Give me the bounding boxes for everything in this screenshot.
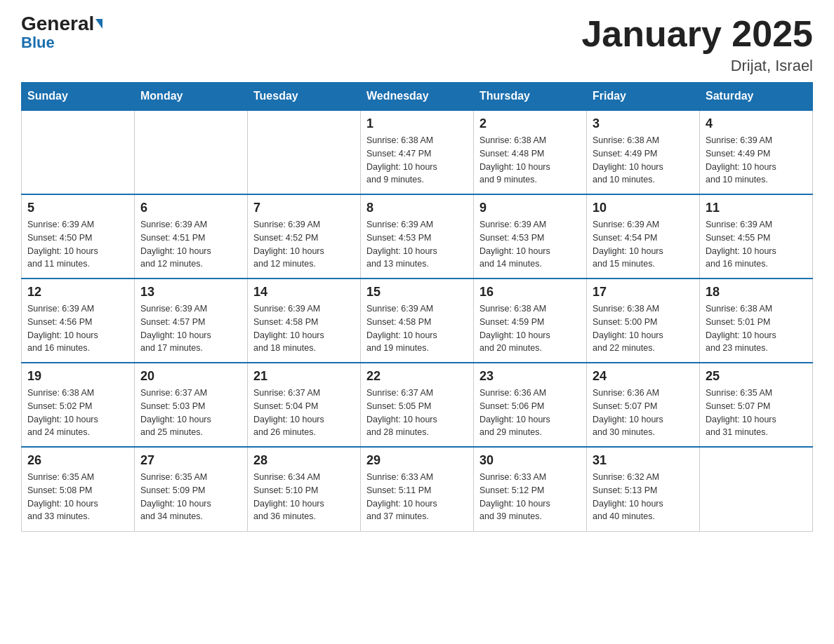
day-info: Sunrise: 6:34 AM Sunset: 5:10 PM Dayligh… (253, 471, 355, 523)
calendar-cell: 22Sunrise: 6:37 AM Sunset: 5:05 PM Dayli… (361, 363, 474, 447)
day-number: 4 (706, 116, 807, 131)
calendar-cell: 21Sunrise: 6:37 AM Sunset: 5:04 PM Dayli… (248, 363, 361, 447)
calendar-header-row: SundayMondayTuesdayWednesdayThursdayFrid… (22, 83, 813, 111)
logo-general-text: General (21, 14, 94, 34)
day-info: Sunrise: 6:39 AM Sunset: 4:51 PM Dayligh… (140, 218, 241, 271)
day-number: 30 (479, 453, 581, 468)
calendar-cell: 1Sunrise: 6:38 AM Sunset: 4:47 PM Daylig… (361, 110, 474, 194)
calendar-cell: 6Sunrise: 6:39 AM Sunset: 4:51 PM Daylig… (135, 194, 248, 279)
day-number: 28 (253, 453, 355, 468)
calendar-cell: 28Sunrise: 6:34 AM Sunset: 5:10 PM Dayli… (248, 447, 361, 531)
calendar-day-header: Saturday (700, 83, 813, 111)
calendar-cell: 4Sunrise: 6:39 AM Sunset: 4:49 PM Daylig… (700, 110, 813, 194)
calendar-cell: 23Sunrise: 6:36 AM Sunset: 5:06 PM Dayli… (474, 363, 587, 447)
day-number: 29 (366, 453, 468, 468)
day-info: Sunrise: 6:39 AM Sunset: 4:52 PM Dayligh… (253, 218, 355, 271)
calendar-cell: 14Sunrise: 6:39 AM Sunset: 4:58 PM Dayli… (248, 279, 361, 363)
calendar-day-header: Thursday (474, 83, 587, 111)
day-info: Sunrise: 6:38 AM Sunset: 5:00 PM Dayligh… (593, 302, 694, 355)
day-info: Sunrise: 6:38 AM Sunset: 5:01 PM Dayligh… (706, 302, 807, 355)
calendar-day-header: Sunday (22, 83, 135, 111)
day-number: 8 (366, 201, 468, 215)
calendar-cell: 16Sunrise: 6:38 AM Sunset: 4:59 PM Dayli… (474, 279, 587, 363)
day-number: 19 (27, 369, 128, 384)
day-info: Sunrise: 6:36 AM Sunset: 5:06 PM Dayligh… (479, 387, 581, 439)
title-block: January 2025 Drijat, Israel (581, 14, 813, 75)
day-number: 14 (253, 285, 355, 300)
day-info: Sunrise: 6:39 AM Sunset: 4:50 PM Dayligh… (27, 218, 128, 271)
calendar-cell: 2Sunrise: 6:38 AM Sunset: 4:48 PM Daylig… (474, 110, 587, 194)
day-number: 26 (27, 453, 128, 468)
calendar-cell: 13Sunrise: 6:39 AM Sunset: 4:57 PM Dayli… (135, 279, 248, 363)
logo-arrow-icon (95, 19, 102, 29)
calendar-cell: 27Sunrise: 6:35 AM Sunset: 5:09 PM Dayli… (135, 447, 248, 531)
calendar-cell: 7Sunrise: 6:39 AM Sunset: 4:52 PM Daylig… (248, 194, 361, 279)
day-info: Sunrise: 6:39 AM Sunset: 4:54 PM Dayligh… (593, 218, 694, 271)
day-info: Sunrise: 6:39 AM Sunset: 4:58 PM Dayligh… (253, 302, 355, 355)
calendar-day-header: Monday (135, 83, 248, 111)
day-info: Sunrise: 6:37 AM Sunset: 5:04 PM Dayligh… (253, 387, 355, 439)
day-number: 15 (366, 285, 468, 300)
calendar-cell: 9Sunrise: 6:39 AM Sunset: 4:53 PM Daylig… (474, 194, 587, 279)
calendar-cell (700, 447, 813, 531)
calendar-cell: 17Sunrise: 6:38 AM Sunset: 5:00 PM Dayli… (587, 279, 700, 363)
calendar-cell: 29Sunrise: 6:33 AM Sunset: 5:11 PM Dayli… (361, 447, 474, 531)
calendar-cell: 15Sunrise: 6:39 AM Sunset: 4:58 PM Dayli… (361, 279, 474, 363)
day-info: Sunrise: 6:38 AM Sunset: 5:02 PM Dayligh… (27, 387, 128, 439)
day-number: 24 (593, 369, 694, 384)
day-info: Sunrise: 6:35 AM Sunset: 5:09 PM Dayligh… (140, 471, 241, 523)
day-info: Sunrise: 6:38 AM Sunset: 4:48 PM Dayligh… (479, 134, 581, 187)
day-number: 18 (706, 285, 807, 300)
calendar-cell: 19Sunrise: 6:38 AM Sunset: 5:02 PM Dayli… (22, 363, 135, 447)
day-number: 21 (253, 369, 355, 384)
main-title: January 2025 (581, 14, 813, 54)
day-info: Sunrise: 6:39 AM Sunset: 4:57 PM Dayligh… (140, 302, 241, 355)
day-info: Sunrise: 6:39 AM Sunset: 4:55 PM Dayligh… (706, 218, 807, 271)
day-info: Sunrise: 6:33 AM Sunset: 5:12 PM Dayligh… (479, 471, 581, 523)
calendar-cell: 11Sunrise: 6:39 AM Sunset: 4:55 PM Dayli… (700, 194, 813, 279)
calendar-week-row: 26Sunrise: 6:35 AM Sunset: 5:08 PM Dayli… (22, 447, 813, 531)
calendar-cell: 31Sunrise: 6:32 AM Sunset: 5:13 PM Dayli… (587, 447, 700, 531)
calendar-cell: 20Sunrise: 6:37 AM Sunset: 5:03 PM Dayli… (135, 363, 248, 447)
day-info: Sunrise: 6:35 AM Sunset: 5:07 PM Dayligh… (706, 387, 807, 439)
calendar-week-row: 19Sunrise: 6:38 AM Sunset: 5:02 PM Dayli… (22, 363, 813, 447)
day-number: 25 (706, 369, 807, 384)
calendar-table: SundayMondayTuesdayWednesdayThursdayFrid… (21, 82, 813, 532)
calendar-cell: 26Sunrise: 6:35 AM Sunset: 5:08 PM Dayli… (22, 447, 135, 531)
day-info: Sunrise: 6:37 AM Sunset: 5:03 PM Dayligh… (140, 387, 241, 439)
calendar-day-header: Wednesday (361, 83, 474, 111)
day-number: 2 (479, 116, 581, 131)
day-number: 1 (366, 116, 468, 131)
calendar-cell (248, 110, 361, 194)
calendar-cell: 5Sunrise: 6:39 AM Sunset: 4:50 PM Daylig… (22, 194, 135, 279)
calendar-cell: 18Sunrise: 6:38 AM Sunset: 5:01 PM Dayli… (700, 279, 813, 363)
calendar-body: 1Sunrise: 6:38 AM Sunset: 4:47 PM Daylig… (22, 110, 813, 531)
calendar-cell: 25Sunrise: 6:35 AM Sunset: 5:07 PM Dayli… (700, 363, 813, 447)
day-number: 3 (593, 116, 694, 131)
day-number: 20 (140, 369, 241, 384)
day-number: 5 (27, 201, 128, 215)
day-number: 22 (366, 369, 468, 384)
day-number: 31 (593, 453, 694, 468)
day-info: Sunrise: 6:39 AM Sunset: 4:49 PM Dayligh… (706, 134, 807, 187)
day-info: Sunrise: 6:38 AM Sunset: 4:49 PM Dayligh… (593, 134, 694, 187)
day-info: Sunrise: 6:39 AM Sunset: 4:53 PM Dayligh… (366, 218, 468, 271)
day-number: 13 (140, 285, 241, 300)
calendar-day-header: Friday (587, 83, 700, 111)
day-number: 7 (253, 201, 355, 215)
day-number: 12 (27, 285, 128, 300)
calendar-week-row: 5Sunrise: 6:39 AM Sunset: 4:50 PM Daylig… (22, 194, 813, 279)
page-header: General Blue January 2025 Drijat, Israel (21, 14, 813, 75)
calendar-day-header: Tuesday (248, 83, 361, 111)
day-info: Sunrise: 6:39 AM Sunset: 4:56 PM Dayligh… (27, 302, 128, 355)
calendar-cell (135, 110, 248, 194)
day-info: Sunrise: 6:35 AM Sunset: 5:08 PM Dayligh… (27, 471, 128, 523)
calendar-cell: 10Sunrise: 6:39 AM Sunset: 4:54 PM Dayli… (587, 194, 700, 279)
calendar-cell: 8Sunrise: 6:39 AM Sunset: 4:53 PM Daylig… (361, 194, 474, 279)
day-info: Sunrise: 6:36 AM Sunset: 5:07 PM Dayligh… (593, 387, 694, 439)
day-info: Sunrise: 6:33 AM Sunset: 5:11 PM Dayligh… (366, 471, 468, 523)
day-number: 27 (140, 453, 241, 468)
day-info: Sunrise: 6:39 AM Sunset: 4:53 PM Dayligh… (479, 218, 581, 271)
calendar-cell: 12Sunrise: 6:39 AM Sunset: 4:56 PM Dayli… (22, 279, 135, 363)
day-number: 17 (593, 285, 694, 300)
